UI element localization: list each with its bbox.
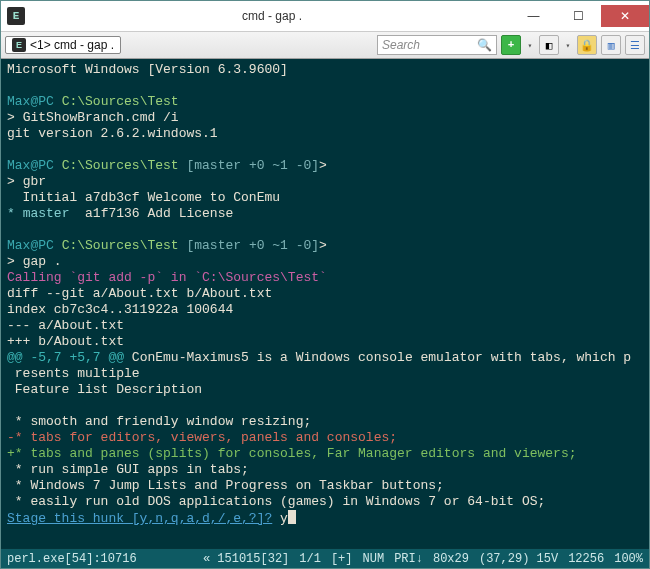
new-console-dropdown[interactable]: ▾ [525, 35, 535, 55]
diff-header-2: index cb7c3c4..311922a 100644 [7, 302, 233, 317]
tab-icon: E [12, 38, 26, 52]
branch-status: [master +0 ~1 -0] [186, 158, 319, 173]
cmd-gitshowbranch: GitShowBranch.cmd /i [23, 110, 179, 125]
titlebar[interactable]: E cmd - gap . — ☐ ✕ [1, 1, 649, 31]
hunk-header: @@ -5,7 +5,7 @@ [7, 350, 124, 365]
status-process: perl.exe[54]:10716 [7, 552, 137, 566]
status-bar: perl.exe[54]:10716 « 151015[32] 1/1 [+] … [1, 548, 649, 568]
prompt-char-3b: > [7, 254, 15, 269]
prompt-path-2: C:\Sources\Test [62, 158, 179, 173]
lock-button[interactable]: 🔒 [577, 35, 597, 55]
branch-initial: Initial a7db3cf Welcome to ConEmu [7, 190, 280, 205]
close-button[interactable]: ✕ [601, 5, 649, 27]
settings-button[interactable]: ▥ [601, 35, 621, 55]
app-icon: E [7, 7, 25, 25]
status-pid: 12256 [568, 552, 604, 566]
diff-header-1: diff --git a/About.txt b/About.txt [7, 286, 272, 301]
prompt-user: Max@PC [7, 94, 54, 109]
ctx-1: resents multiple [7, 366, 140, 381]
hunk-header-tail: ConEmu-Maximus5 is a Windows console emu… [124, 350, 631, 365]
conemu-window: E cmd - gap . — ☐ ✕ E <1> cmd - gap . Se… [0, 0, 650, 569]
stage-answer: y [280, 511, 288, 526]
status-pri: PRI↓ [394, 552, 423, 566]
status-size: 80x29 [433, 552, 469, 566]
status-zoom: 100% [614, 552, 643, 566]
new-console-button[interactable]: + [501, 35, 521, 55]
cmd-gap: gap . [23, 254, 62, 269]
branch-master-rest: a1f7136 Add License [69, 206, 233, 221]
prompt-user-3: Max@PC [7, 238, 54, 253]
diff-header-4: +++ b/About.txt [7, 334, 124, 349]
calling-line: Calling `git add -p` in `C:\Sources\Test… [7, 270, 327, 285]
maximize-button[interactable]: ☐ [556, 5, 601, 27]
terminal-output[interactable]: Microsoft Windows [Version 6.3.9600] Max… [1, 59, 649, 548]
ctx-4: * run simple GUI apps in tabs; [7, 462, 249, 477]
status-cursor: (37,29) 15V [479, 552, 558, 566]
branch-status-2: [master +0 ~1 -0] [186, 238, 319, 253]
prompt-char: > [7, 110, 15, 125]
prompt-char-2b: > [7, 174, 15, 189]
ctx-5: * Windows 7 Jump Lists and Progress on T… [7, 478, 444, 493]
window-controls: — ☐ ✕ [511, 5, 649, 27]
search-icon: 🔍 [477, 38, 492, 52]
status-num: NUM [363, 552, 385, 566]
diff-del-1: -* tabs for editors, viewers, panels and… [7, 430, 397, 445]
window-mode-dropdown[interactable]: ▾ [563, 35, 573, 55]
ctx-3: * smooth and friendly window resizing; [7, 414, 311, 429]
tab-label: <1> cmd - gap . [30, 38, 114, 52]
search-placeholder: Search [382, 38, 420, 52]
window-mode-button[interactable]: ◧ [539, 35, 559, 55]
branch-master: master [23, 206, 70, 221]
toolbar: E <1> cmd - gap . Search 🔍 + ▾ ◧ ▾ 🔒 ▥ ☰ [1, 31, 649, 59]
diff-add-1: +* tabs and panes (splits) for consoles,… [7, 446, 577, 461]
cmd-gbr: gbr [23, 174, 46, 189]
search-input[interactable]: Search 🔍 [377, 35, 497, 55]
prompt-char-2: > [319, 158, 327, 173]
status-pos: 1/1 [299, 552, 321, 566]
status-seq: « 151015[32] [203, 552, 289, 566]
ctx-2: Feature list Description [7, 382, 202, 397]
status-plus: [+] [331, 552, 353, 566]
git-version: git version 2.6.2.windows.1 [7, 126, 218, 141]
window-title: cmd - gap . [33, 9, 511, 23]
diff-header-3: --- a/About.txt [7, 318, 124, 333]
prompt-char-3: > [319, 238, 327, 253]
prompt-path-3: C:\Sources\Test [62, 238, 179, 253]
prompt-path: C:\Sources\Test [62, 94, 179, 109]
menu-button[interactable]: ☰ [625, 35, 645, 55]
branch-star: * [7, 206, 15, 221]
prompt-user-2: Max@PC [7, 158, 54, 173]
minimize-button[interactable]: — [511, 5, 556, 27]
line-winver: Microsoft Windows [Version 6.3.9600] [7, 62, 288, 77]
ctx-6: * easily run old DOS applications (games… [7, 494, 545, 509]
cursor [288, 510, 296, 524]
console-tab[interactable]: E <1> cmd - gap . [5, 36, 121, 54]
stage-prompt: Stage this hunk [y,n,q,a,d,/,e,?]? [7, 511, 272, 526]
